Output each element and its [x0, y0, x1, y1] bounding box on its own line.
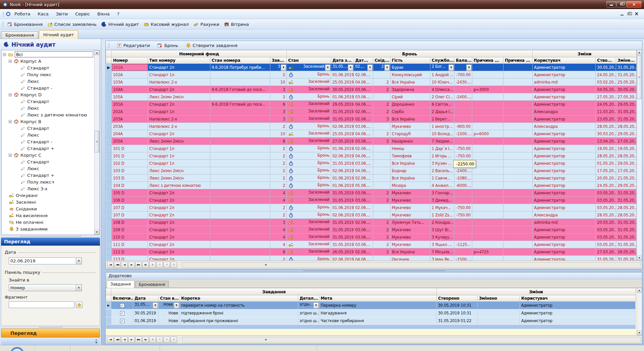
cell[interactable]: Вся Україна: [390, 248, 430, 256]
cell[interactable]: Тимофеев: [390, 152, 430, 160]
tree-item-roomtype[interactable]: Стандарт: [2, 98, 99, 105]
toolbar-button[interactable]: TРедагувати: [114, 41, 152, 49]
table-row[interactable]: 104 DЛюкс з дитячою кімнатою2Бронь01.06.…: [106, 182, 637, 189]
cell[interactable]: 03.05.20...: [596, 189, 616, 197]
cell[interactable]: Неміш: [390, 145, 430, 152]
toolbar-button[interactable]: Створити завдання: [183, 41, 239, 49]
cell[interactable]: Бронь: [287, 123, 331, 130]
nav-button[interactable]: *: [163, 337, 170, 343]
cell[interactable]: 10 Юзюч...: [430, 79, 454, 86]
cell[interactable]: Стандарт 1л: [148, 152, 210, 160]
cell[interactable]: 04.06....: [354, 256, 373, 261]
scroll-up-icon[interactable]: ▲: [637, 288, 642, 293]
band-header[interactable]: Зміни: [437, 288, 636, 295]
cell[interactable]: [503, 211, 533, 219]
cell[interactable]: Заселений: [287, 115, 331, 123]
cell[interactable]: 4: [270, 234, 287, 241]
cell[interactable]: [472, 226, 503, 234]
row-indicator[interactable]: [106, 145, 112, 152]
cell[interactable]: Серба: [390, 108, 430, 115]
cell[interactable]: [210, 145, 270, 152]
table-row[interactable]: 108 DСтандарт 2л3Заселений31.05.201902.0…: [106, 219, 637, 226]
row-indicator[interactable]: [106, 219, 112, 226]
cell[interactable]: 03.05.20...: [596, 241, 616, 248]
nav-button[interactable]: |◀: [107, 337, 114, 343]
cell[interactable]: [472, 197, 503, 204]
row-indicator[interactable]: [106, 115, 112, 123]
cell[interactable]: 02.06.2019: [331, 256, 354, 261]
cell[interactable]: 02.06....: [354, 108, 373, 115]
cell[interactable]: 01.06.2019: [331, 174, 354, 182]
cell[interactable]: [210, 197, 270, 204]
cell[interactable]: Люкс з дитячою кімнатою: [148, 182, 210, 189]
cell[interactable]: [472, 167, 503, 174]
column-header[interactable]: Детал...: [298, 295, 319, 302]
tree-filter-input[interactable]: [15, 51, 93, 57]
tree-item-building[interactable]: Корпус D: [2, 91, 99, 98]
cell[interactable]: 3 Кузян ...: [430, 160, 454, 167]
cell[interactable]: [503, 256, 533, 261]
cell[interactable]: Сірий: [390, 93, 430, 101]
cell[interactable]: 1 Zold Zs...: [430, 211, 454, 219]
tree-item-filter[interactable]: На висилення: [2, 212, 99, 219]
cell[interactable]: 2 Олег Сі...: [430, 93, 454, 101]
chevron-down-icon[interactable]: ▼: [76, 285, 82, 291]
cell[interactable]: 1 Мукач...: [430, 204, 454, 211]
cell[interactable]: [503, 174, 533, 182]
nav-button[interactable]: ◀◀: [114, 337, 121, 343]
cell[interactable]: 31.05.2019: [331, 115, 354, 123]
cell[interactable]: [472, 211, 503, 219]
cell[interactable]: 04.06....: [354, 130, 373, 138]
cell[interactable]: [210, 211, 270, 219]
toolbar-button[interactable]: Бронь: [155, 41, 180, 49]
cell[interactable]: 31.05.20...: [616, 241, 637, 248]
cell[interactable]: 4: [270, 197, 287, 204]
cell[interactable]: 30.05.2019 10:31: [437, 302, 478, 309]
cell[interactable]: Люкс 2кімн 2місн: [148, 174, 210, 182]
scroll-thumb[interactable]: ≡: [637, 55, 642, 99]
tree-root[interactable]: [2, 51, 99, 58]
row-indicator[interactable]: [106, 234, 112, 241]
cell[interactable]: 31.05.20...: [616, 234, 637, 241]
cell[interactable]: Люкс 2кімн 2місн: [148, 138, 210, 145]
cell[interactable]: 02.06....: [354, 71, 373, 79]
nav-button[interactable]: ◀: [121, 337, 128, 343]
scroll-down-icon[interactable]: ▼: [637, 331, 642, 335]
table-row[interactable]: 111 DСтандарт 2л4Заселений31.05.201903.0…: [106, 241, 637, 248]
cell[interactable]: 103 D: [112, 167, 148, 174]
cell[interactable]: 17.05.20...: [616, 167, 637, 174]
dropdown-button[interactable]: ▼: [174, 302, 179, 309]
tree-item-roomtype[interactable]: Люкс: [2, 165, 99, 172]
cell[interactable]: 03.06....: [354, 123, 373, 130]
cell[interactable]: [454, 138, 472, 145]
scroll-left-icon[interactable]: ◀: [265, 338, 266, 341]
cell[interactable]: Конкуловсьуий: [390, 71, 430, 79]
column-header[interactable]: Бала...: [454, 57, 472, 64]
nav-button[interactable]: *: [156, 262, 163, 268]
cell[interactable]: 9.6.2018 Готовий до посе...: [210, 86, 270, 93]
cell[interactable]: [373, 256, 390, 261]
cell[interactable]: 27.05.20...: [616, 138, 637, 145]
cell[interactable]: Заселений: [287, 189, 331, 197]
cell[interactable]: Люкс 2кімн 2місн: [148, 167, 210, 174]
table-row[interactable]: 203AНапівлюкс 2-х2Бронь02.06.201903.06..…: [106, 123, 637, 130]
cell[interactable]: [503, 79, 533, 86]
view-bar-button[interactable]: Перегляд: [1, 329, 100, 338]
cell[interactable]: 31.05.20...: [616, 71, 637, 79]
cell[interactable]: [210, 189, 270, 197]
table-row[interactable]: 101 DСтандарт 1л2Бронь01.06.201902.06...…: [106, 145, 637, 152]
column-header[interactable]: Змінено: [478, 295, 520, 302]
cell[interactable]: [373, 93, 390, 101]
cell[interactable]: [503, 226, 533, 234]
cell[interactable]: 1 Савчи...: [430, 174, 454, 182]
cell[interactable]: [373, 71, 390, 79]
cell[interactable]: Стандарт 1л: [148, 145, 210, 152]
cell[interactable]: 28.05.20...: [616, 204, 637, 211]
cell[interactable]: 108 D: [112, 219, 148, 226]
scroll-down-icon[interactable]: ▼: [637, 256, 642, 260]
cell[interactable]: p=4725: [472, 248, 503, 256]
cell[interactable]: Бронь: [287, 182, 331, 189]
cell[interactable]: 105A: [112, 93, 148, 101]
cell[interactable]: 8: [270, 138, 287, 145]
dropdown-button[interactable]: ▼: [153, 302, 158, 309]
